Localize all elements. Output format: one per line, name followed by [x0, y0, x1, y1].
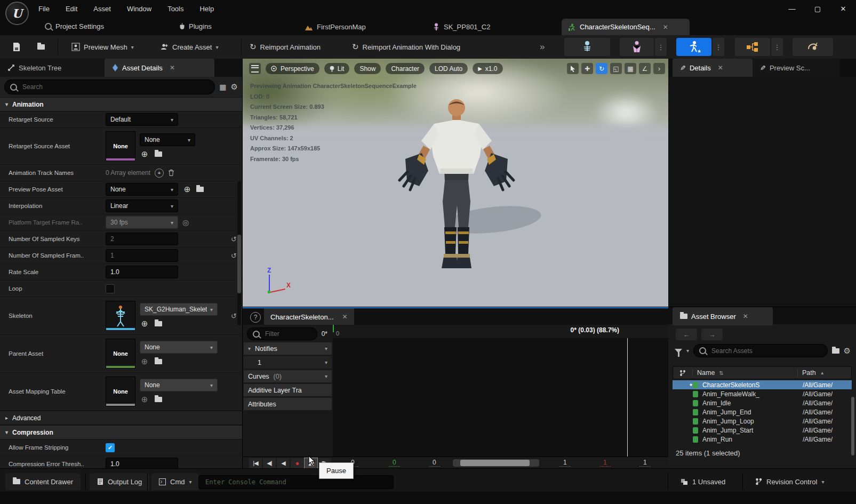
menu-edit[interactable]: Edit	[66, 5, 77, 13]
browse-content-button[interactable]	[34, 41, 48, 53]
preview-pose-asset-dropdown[interactable]: None ▾	[106, 183, 178, 196]
parent-asset-dropdown[interactable]: None ▾	[140, 341, 218, 354]
playback-speed-button[interactable]: ▶ x1.0	[473, 63, 502, 74]
left-panel-scrollbar[interactable]	[237, 181, 241, 325]
save-button[interactable]	[10, 41, 23, 53]
cmd-dropdown-button[interactable]: Cmd ▾	[151, 473, 199, 490]
browse-to-asset-icon[interactable]	[196, 187, 204, 192]
tab-characterskeleton-timeline[interactable]: CharacterSkeleton... ✕	[264, 308, 354, 325]
filter-caret-icon[interactable]: ▾	[686, 348, 689, 354]
reimport-animation-with-dialog-button[interactable]: ↻ Reimport Animation With Dialog	[352, 35, 460, 59]
play-reverse-button[interactable]: ◀	[277, 458, 290, 469]
animation-mode-button[interactable]: ★	[676, 38, 711, 56]
maximize-button[interactable]: ▢	[805, 0, 830, 18]
skeleton-thumbnail[interactable]	[106, 301, 135, 331]
menu-file[interactable]: File	[38, 5, 50, 13]
tab-details[interactable]: ✎ Details ✕	[673, 59, 753, 77]
track-notify-1[interactable]: 1 ▾	[244, 356, 332, 369]
track-notifies[interactable]: ▾ Notifies ▾	[244, 342, 332, 355]
asset-row[interactable]: Anim_Jump_Start /All/Game/	[673, 426, 852, 435]
rotate-tool-icon[interactable]: ↻	[596, 63, 607, 74]
loop-checkbox[interactable]	[106, 284, 115, 293]
back-button[interactable]: ←	[676, 329, 697, 340]
menu-help[interactable]: Help	[199, 5, 214, 13]
close-tab-icon[interactable]: ✕	[718, 64, 723, 71]
project-settings-button[interactable]: Project Settings	[45, 18, 104, 35]
toolbar-overflow-button[interactable]: »	[540, 35, 545, 59]
timeline-ruler[interactable]: 0 0* (0.03) (88.7%)	[333, 325, 668, 339]
parent-asset-thumbnail[interactable]: None	[106, 339, 135, 369]
browse-to-asset-icon[interactable]	[155, 397, 162, 402]
asset-row[interactable]: Anim_FemaleWalk_ /All/Game/	[673, 389, 852, 398]
grid-snap-icon[interactable]: ▦	[625, 63, 636, 74]
settings-gear-icon[interactable]: ⚙	[844, 346, 851, 356]
show-dropdown[interactable]: Show	[354, 63, 381, 74]
lod-dropdown[interactable]: LOD Auto	[429, 63, 468, 74]
reset-to-default-icon[interactable]: ↺	[231, 252, 237, 260]
3d-viewport[interactable]: Perspective Lit Show Character LOD Auto …	[243, 59, 668, 307]
platform-target-frame-rate-dropdown[interactable]: 30 fps ▾	[106, 216, 178, 229]
section-compression[interactable]: ▾ Compression	[0, 425, 242, 439]
browse-to-asset-icon[interactable]	[155, 321, 162, 326]
asset-row-selected[interactable]: CharacterSkeletonS /All/Game/	[673, 380, 852, 389]
skeleton-dropdown[interactable]: SK_G2Human_Skelet ▾	[140, 303, 218, 316]
close-window-button[interactable]: ✕	[830, 0, 856, 18]
search-input[interactable]	[21, 83, 209, 91]
range-start-field[interactable]: 0	[389, 459, 400, 467]
timeline-filter-input[interactable]	[264, 330, 311, 338]
timeline-track-area[interactable]	[333, 338, 668, 457]
interpolation-dropdown[interactable]: Linear ▾	[106, 199, 178, 212]
output-log-button[interactable]: Output Log	[90, 473, 149, 490]
column-revision[interactable]	[673, 370, 693, 377]
physics-mode-button[interactable]	[793, 38, 833, 56]
tab-characterskeletonseq[interactable]: CharacterSkeletonSeq... ✕	[562, 19, 690, 35]
camera-speed-icon[interactable]: ›	[653, 63, 665, 74]
character-dropdown[interactable]: Character	[386, 63, 425, 74]
range-end-field[interactable]: 1	[599, 459, 611, 467]
perspective-dropdown[interactable]: Perspective	[266, 63, 319, 74]
asset-row[interactable]: Anim_Run /All/Game/	[673, 435, 852, 444]
trash-icon[interactable]	[168, 169, 174, 177]
number-of-sampled-keys-field[interactable]: 2	[106, 233, 178, 245]
track-attributes[interactable]: Attributes	[244, 398, 332, 410]
track-additive-layer[interactable]: Additive Layer Tra	[244, 384, 332, 396]
asset-row[interactable]: Anim_Jump_Loop /All/Game/	[673, 417, 852, 426]
plugins-button[interactable]: Plugins	[179, 18, 212, 35]
tab-firstpersonmap[interactable]: FirstPersonMap	[299, 19, 372, 35]
to-front-button[interactable]: |◀	[249, 458, 262, 469]
help-icon[interactable]: ?	[250, 312, 261, 323]
mesh-mode-button[interactable]	[620, 38, 654, 56]
menu-window[interactable]: Window	[127, 5, 151, 13]
use-selected-asset-icon[interactable]: ⊕	[140, 395, 149, 404]
revision-control-button[interactable]: Revision Control ▾	[748, 473, 831, 490]
reimport-animation-button[interactable]: ↻ Reimport Animation	[250, 35, 321, 59]
target-icon[interactable]: ◎	[182, 218, 189, 227]
timeline-filter-box[interactable]	[247, 327, 317, 340]
section-animation[interactable]: ▾ Animation	[0, 97, 242, 111]
forward-button[interactable]: →	[701, 329, 723, 340]
viewport-menu-icon[interactable]	[249, 63, 261, 74]
unsaved-button[interactable]: 1 Unsaved	[673, 473, 733, 490]
tab-asset-browser[interactable]: Asset Browser ✕	[673, 307, 773, 325]
asset-mapping-table-dropdown[interactable]: None ▾	[140, 379, 218, 391]
section-advanced[interactable]: ▸ Advanced	[0, 411, 242, 425]
lit-dropdown[interactable]: Lit	[324, 63, 350, 74]
allow-frame-stripping-checkbox[interactable]: ✓	[106, 443, 115, 452]
menu-asset[interactable]: Asset	[93, 5, 111, 13]
record-button[interactable]: ●	[291, 458, 303, 469]
column-name[interactable]: Name ⇅	[693, 369, 798, 377]
use-selected-asset-icon[interactable]: ⊕	[140, 319, 149, 329]
scale-tool-icon[interactable]: ◱	[610, 63, 622, 74]
mesh-mode-options-button[interactable]: ⋮	[655, 38, 667, 56]
blueprint-mode-options-button[interactable]: ⋮	[771, 38, 783, 56]
rate-scale-field[interactable]: 1.0	[106, 266, 178, 278]
track-curves[interactable]: Curves (0) ▾	[244, 370, 332, 382]
close-tab-icon[interactable]: ✕	[743, 313, 748, 320]
browse-to-asset-icon[interactable]	[155, 359, 162, 364]
view-end-field[interactable]: 1	[559, 459, 571, 467]
unreal-logo-icon[interactable]: U	[5, 2, 29, 25]
tab-sk-pp801-c2[interactable]: SK_PP801_C2	[427, 19, 497, 35]
use-selected-asset-icon[interactable]: ⊕	[182, 185, 192, 194]
content-drawer-button[interactable]: Content Drawer	[5, 473, 81, 490]
display-options-icon[interactable]: ▦	[219, 83, 226, 91]
